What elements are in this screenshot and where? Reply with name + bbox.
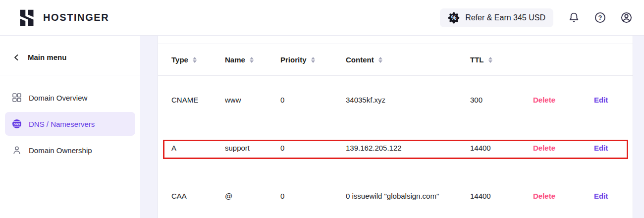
app-header: HOSTINGER % Refer & Earn 345 USD [0,0,644,36]
hostinger-logomark-icon [18,9,36,27]
column-header-name[interactable]: Name [225,55,280,64]
bell-icon [568,11,580,24]
cell-content: 34035kf.xyz [346,96,470,104]
cell-ttl: 14400 [470,144,533,152]
column-header-ttl[interactable]: TTL [470,55,533,64]
percent-badge-icon: % [448,12,460,24]
column-label: TTL [470,55,484,64]
cell-priority: 0 [280,96,346,104]
table-row: CNAME www 0 34035kf.xyz 300 Delete Edit [158,76,633,124]
edit-button[interactable]: Edit [594,96,619,104]
edit-button[interactable]: Edit [594,144,619,152]
notifications-button[interactable] [567,11,581,24]
cell-type: A [171,144,225,152]
cell-content: 139.162.205.122 [346,144,470,152]
sidebar-item-dns-nameservers[interactable]: DNS DNS / Nameservers [5,112,135,136]
table-top-spacer [158,36,633,44]
cell-type: CNAME [171,96,225,104]
refer-earn-label: Refer & Earn 345 USD [465,13,545,22]
cell-priority: 0 [280,144,346,152]
header-actions: % Refer & Earn 345 USD ? [440,8,638,27]
column-header-priority[interactable]: Priority [280,55,346,64]
delete-button[interactable]: Delete [533,192,594,200]
delete-button[interactable]: Delete [533,96,594,104]
person-icon [12,145,22,155]
sidebar-nav: Domain Overview DNS DNS / Nameservers [0,75,140,162]
edit-button[interactable]: Edit [594,192,619,200]
sort-icon [193,57,197,63]
cell-name: support [225,144,280,152]
cell-type: CAA [171,192,225,200]
sidebar: Main menu Domain Overview [0,36,140,218]
hostinger-logo[interactable]: HOSTINGER [18,9,109,27]
cell-name: @ [225,192,280,200]
brand-name: HOSTINGER [43,12,109,23]
cell-priority: 0 [280,192,346,200]
cell-ttl: 300 [470,96,533,104]
cell-content: 0 issuewild "globalsign.com" [346,190,470,203]
column-label: Type [171,55,188,64]
sidebar-item-domain-ownership[interactable]: Domain Ownership [5,138,135,162]
page-layout: Main menu Domain Overview [0,36,644,218]
profile-button[interactable] [620,11,633,24]
sort-icon [250,57,254,63]
refer-earn-button[interactable]: % Refer & Earn 345 USD [440,8,553,27]
svg-text:?: ? [598,14,602,21]
cell-name: www [225,96,280,104]
cell-ttl: 14400 [470,192,533,200]
table-header-row: Type Name Priority Content TTL [158,44,633,76]
delete-button[interactable]: Delete [533,144,594,152]
sort-icon [488,57,492,63]
help-button[interactable]: ? [593,11,607,24]
main-menu-back-button[interactable]: Main menu [0,36,140,75]
table-row-highlighted: A support 0 139.162.205.122 14400 Delete… [158,124,633,172]
sidebar-item-label: Domain Overview [29,94,87,102]
svg-text:%: % [451,14,457,21]
sidebar-item-label: Domain Ownership [29,146,92,155]
grid-icon [12,93,22,103]
sort-icon [311,57,315,63]
main-content: Type Name Priority Content TTL [140,36,644,218]
column-header-content[interactable]: Content [346,55,470,64]
sidebar-item-domain-overview[interactable]: Domain Overview [5,86,135,109]
profile-icon [620,11,633,24]
table-row: CAA @ 0 0 issuewild "globalsign.com" 144… [158,172,633,218]
sort-icon [378,57,382,63]
chevron-left-icon [13,54,19,61]
main-menu-label: Main menu [28,53,66,61]
column-label: Content [346,55,374,64]
help-icon: ? [594,11,606,24]
dns-globe-icon: DNS [12,119,22,129]
column-label: Name [225,55,245,64]
column-header-type[interactable]: Type [171,55,225,64]
svg-text:DNS: DNS [13,122,20,126]
sidebar-item-label: DNS / Nameservers [29,120,95,128]
column-label: Priority [280,55,307,64]
dns-records-table-card: Type Name Priority Content TTL [158,36,633,218]
